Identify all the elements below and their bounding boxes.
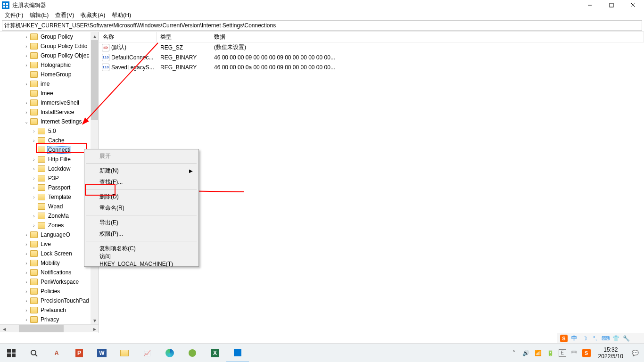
skin-icon[interactable]: 👕 <box>612 335 619 342</box>
chevron-down-icon[interactable]: ⌄ <box>24 119 29 124</box>
search-button[interactable] <box>23 344 45 362</box>
battery-icon[interactable]: 🔋 <box>546 349 555 357</box>
chevron-right-icon[interactable]: › <box>24 242 29 247</box>
scrollbar-thumb[interactable] <box>19 325 64 332</box>
chevron-right-icon[interactable]: › <box>31 195 37 200</box>
ime-lang-icon[interactable]: 中 <box>570 349 578 357</box>
taskbar-app-word[interactable]: W <box>91 344 113 362</box>
scroll-up-arrow-icon[interactable]: ▴ <box>91 32 99 40</box>
cm-delete[interactable]: 删除(D) <box>85 191 198 202</box>
cm-permissions[interactable]: 权限(P)... <box>85 228 198 239</box>
minimize-button[interactable] <box>579 0 601 10</box>
tree-item[interactable]: ›Group Policy Edito <box>0 41 99 51</box>
chevron-right-icon[interactable]: › <box>31 214 37 219</box>
taskbar-app-edge[interactable] <box>158 344 181 362</box>
menu-file[interactable]: 文件(F) <box>2 11 26 20</box>
ime-lang-icon[interactable]: 中 <box>570 335 578 342</box>
sogou-tray-icon[interactable]: S <box>582 349 591 357</box>
column-data[interactable]: 数据 <box>210 32 644 42</box>
chevron-right-icon[interactable]: › <box>31 166 37 172</box>
chevron-right-icon[interactable]: › <box>24 317 29 322</box>
chevron-right-icon[interactable]: › <box>31 157 37 162</box>
tree-item[interactable]: ›Policies <box>0 287 99 296</box>
tree-item[interactable]: ›Notifications <box>0 268 99 277</box>
tree-item[interactable]: ›PenWorkspace <box>0 277 99 287</box>
notifications-icon[interactable]: 💬 <box>631 349 639 357</box>
tree-item[interactable]: ›Cache <box>0 136 99 145</box>
ime-e-icon[interactable]: E <box>559 349 566 357</box>
sogou-icon[interactable]: S <box>560 335 568 342</box>
scroll-right-arrow-icon[interactable]: ▸ <box>91 325 99 333</box>
chevron-right-icon[interactable]: › <box>24 110 29 115</box>
address-bar[interactable]: 计算机\HKEY_CURRENT_USER\Software\Microsoft… <box>2 20 642 31</box>
scrollbar-thumb[interactable] <box>91 40 98 120</box>
chevron-right-icon[interactable]: › <box>24 251 29 256</box>
cm-find[interactable]: 查找(F)... <box>85 176 198 188</box>
menu-help[interactable]: 帮助(H) <box>109 11 134 20</box>
cm-new[interactable]: 新建(N)▶ <box>85 165 198 176</box>
column-name[interactable]: 名称 <box>99 32 157 42</box>
wifi-icon[interactable]: 📶 <box>534 349 543 357</box>
tree-item[interactable]: ›Group Policy Objec <box>0 51 99 60</box>
cm-export[interactable]: 导出(E) <box>85 217 198 228</box>
taskbar-app-powerpoint[interactable]: P <box>68 344 91 362</box>
taskbar-app-excel[interactable]: X <box>204 344 226 362</box>
chevron-right-icon[interactable]: › <box>24 34 29 40</box>
tree-item[interactable]: ›PrecisionTouchPad <box>0 296 99 305</box>
tree-horizontal-scrollbar[interactable]: ◂ ▸ <box>0 324 99 332</box>
column-type[interactable]: 类型 <box>157 32 210 42</box>
chevron-right-icon[interactable]: › <box>24 82 29 87</box>
chevron-right-icon[interactable]: › <box>31 185 37 190</box>
taskbar-app-explorer[interactable] <box>113 344 136 362</box>
chevron-right-icon[interactable]: › <box>24 261 29 266</box>
taskbar-app-chart[interactable]: 📈 <box>136 344 158 362</box>
menu-view[interactable]: 查看(V) <box>52 11 77 20</box>
tree-item[interactable]: ›ime <box>0 79 99 89</box>
tree-item[interactable]: ›5.0 <box>0 126 99 136</box>
table-row[interactable]: 110DefaultConnec...REG_BINARY46 00 00 00… <box>99 52 644 62</box>
chevron-right-icon[interactable]: › <box>24 232 29 238</box>
table-row[interactable]: ab(默认)REG_SZ(数值未设置) <box>99 42 644 52</box>
cm-rename[interactable]: 重命名(R) <box>85 202 198 214</box>
keyboard-icon[interactable]: ⌨ <box>602 335 609 342</box>
chevron-right-icon[interactable]: › <box>24 44 29 49</box>
maximize-button[interactable] <box>601 0 622 10</box>
taskbar-app-green[interactable] <box>181 344 204 362</box>
punct-icon[interactable]: °, <box>591 335 599 342</box>
menu-favorites[interactable]: 收藏夹(A) <box>78 11 108 20</box>
scroll-left-arrow-icon[interactable]: ◂ <box>0 325 8 333</box>
cm-goto-hklm[interactable]: 访问 HKEY_LOCAL_MACHINE(T) <box>85 254 198 265</box>
tree-item[interactable]: ›Group Policy <box>0 32 99 41</box>
chevron-right-icon[interactable]: › <box>24 270 29 275</box>
start-button[interactable] <box>0 344 23 362</box>
tray-chevron-up-icon[interactable]: ˄ <box>510 349 518 357</box>
chevron-right-icon[interactable]: › <box>24 63 29 68</box>
chevron-right-icon[interactable]: › <box>31 176 37 181</box>
scroll-down-arrow-icon[interactable]: ▾ <box>91 316 99 324</box>
menu-edit[interactable]: 编辑(E) <box>27 11 51 20</box>
chevron-right-icon[interactable]: › <box>24 289 29 294</box>
chevron-right-icon[interactable]: › <box>31 138 37 143</box>
tree-item[interactable]: ›ImmersiveShell <box>0 98 99 107</box>
chevron-right-icon[interactable]: › <box>24 298 29 304</box>
toolbox-icon[interactable]: 🔧 <box>622 335 630 342</box>
tree-item[interactable]: ›Prelaunch <box>0 305 99 315</box>
taskbar-app-access[interactable]: A <box>45 344 68 362</box>
tree-item[interactable]: ›Privacy <box>0 315 99 324</box>
close-button[interactable] <box>622 0 644 10</box>
tree-item[interactable]: ⌄Internet Settings <box>0 117 99 126</box>
chevron-right-icon[interactable]: › <box>31 223 37 228</box>
taskbar-clock[interactable]: 15:32 2022/5/10 <box>594 346 627 360</box>
volume-icon[interactable]: 🔊 <box>522 349 530 357</box>
chevron-right-icon[interactable]: › <box>24 53 29 58</box>
chevron-right-icon[interactable]: › <box>31 129 37 134</box>
ime-toolbar[interactable]: S 中 ☽ °, ⌨ 👕 🔧 <box>557 333 644 343</box>
tree-item[interactable]: ›Imee <box>0 89 99 98</box>
tree-item[interactable]: ›HomeGroup <box>0 70 99 79</box>
chevron-right-icon[interactable]: › <box>24 100 29 106</box>
tree-item[interactable]: ›Holographic <box>0 60 99 70</box>
tree-item[interactable]: ›InstallService <box>0 107 99 117</box>
table-row[interactable]: 110SavedLegacyS...REG_BINARY46 00 00 00 … <box>99 62 644 72</box>
chevron-right-icon[interactable]: › <box>24 280 29 285</box>
moon-icon[interactable]: ☽ <box>581 335 588 342</box>
